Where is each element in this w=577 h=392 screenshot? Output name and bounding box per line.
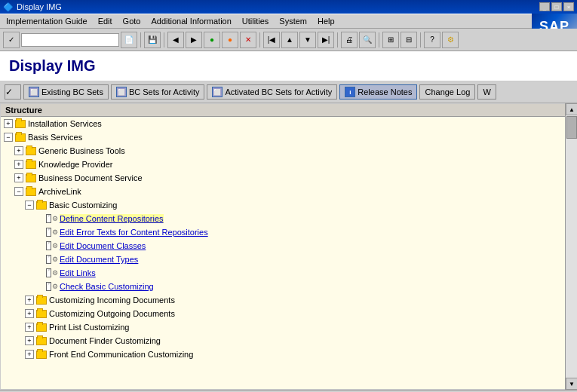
main-content: Structure +Installation Services−Basis S… [0, 103, 577, 390]
toolbar-nav6-btn[interactable]: |◀ [263, 32, 280, 48]
checkmark-icon: ✓ [5, 87, 13, 97]
tree-item-label: Knowledge Provider [38, 160, 112, 169]
title-bar: 🔷 Display IMG _ □ × [0, 0, 577, 14]
tree-item[interactable]: −ArchiveLink [1, 185, 564, 198]
minimize-button[interactable]: _ [539, 2, 550, 11]
title-bar-label: Display IMG [17, 2, 62, 11]
vertical-scrollbar[interactable]: ▲ ▼ [565, 103, 577, 390]
expand-btn[interactable]: + [25, 323, 34, 332]
toolbar-expand-btn[interactable]: ⊞ [382, 32, 399, 48]
activated-icon: ⬜ [212, 87, 223, 97]
scroll-up-btn[interactable]: ▲ [566, 103, 577, 115]
menu-system[interactable]: System [275, 15, 312, 27]
tree-item[interactable]: −Basic Customizing [1, 198, 564, 212]
folder-icon [25, 158, 37, 170]
toolbar-save-btn[interactable]: 💾 [144, 32, 161, 48]
app-icon: 🔷 [3, 2, 14, 12]
toolbar-sep-6 [420, 32, 421, 47]
toolbar-forward-btn[interactable]: ▶ [186, 32, 202, 48]
tree-item[interactable]: +Installation Services [1, 117, 564, 130]
document-gear-icon: ⚙ [46, 213, 58, 225]
expand-btn[interactable]: + [25, 350, 34, 359]
expand-btn[interactable]: + [25, 309, 34, 318]
expand-btn[interactable]: + [25, 296, 34, 305]
toolbar-help-btn[interactable]: ? [424, 32, 440, 48]
tree-item[interactable]: −Basis Services [1, 130, 564, 144]
menu-goto[interactable]: Goto [118, 15, 146, 27]
expand-btn[interactable]: + [14, 173, 23, 182]
tree-item-label: Installation Services [28, 119, 102, 128]
folder-icon [25, 172, 37, 184]
tree-item[interactable]: +Business Document Service [1, 171, 564, 185]
tree-item[interactable]: +Print List Customizing [1, 320, 564, 334]
tree-item[interactable]: +Generic Business Tools [1, 144, 564, 158]
tree-item[interactable]: +Customizing Incoming Documents [1, 293, 564, 307]
collapse-btn[interactable]: − [25, 201, 34, 210]
w-btn[interactable]: W [477, 84, 496, 100]
folder-icon [35, 308, 48, 320]
structure-header: Structure [1, 104, 576, 117]
tree-item[interactable]: ⚙Edit Document Types [1, 253, 564, 266]
check-icon-btn[interactable]: ✓ [5, 84, 21, 100]
scroll-track [566, 115, 577, 378]
toolbar-info-btn[interactable]: ⚙ [442, 32, 459, 48]
bc-activity-icon: ⬜ [116, 87, 127, 97]
tree-item[interactable]: +Document Finder Customizing [1, 334, 564, 348]
tree-item[interactable]: ⚙Check Basic Customizing [1, 280, 564, 293]
title-bar-controls[interactable]: _ □ × [539, 2, 574, 11]
toolbar-sep-5 [379, 32, 379, 47]
release-notes-label: Release Notes [358, 87, 412, 96]
menu-additional-information[interactable]: Additional Information [146, 15, 235, 27]
expand-btn[interactable]: + [25, 336, 34, 345]
expand-btn[interactable]: + [14, 146, 23, 155]
tree-item[interactable]: ⚙Edit Error Texts for Content Repositori… [1, 225, 564, 239]
collapse-btn[interactable]: − [14, 187, 23, 196]
folder-icon [35, 321, 48, 333]
toolbar-sep-2 [164, 32, 164, 47]
change-log-btn[interactable]: Change Log [419, 84, 475, 100]
bc-sets-activity-label: BC Sets for Activity [129, 87, 200, 96]
tree-item[interactable]: ⚙Edit Document Classes [1, 239, 564, 253]
toolbar-find-btn[interactable]: 🔍 [359, 32, 376, 48]
menu-help[interactable]: Help [313, 15, 339, 27]
folder-icon [35, 348, 48, 360]
tree-item[interactable]: +Customizing Outgoing Documents [1, 307, 564, 320]
toolbar-print-btn[interactable]: 🖨 [341, 32, 358, 48]
page-title: Display IMG [0, 51, 577, 81]
bc-sets-activity-btn[interactable]: ⬜ BC Sets for Activity [111, 84, 205, 100]
scroll-down-btn[interactable]: ▼ [566, 378, 577, 390]
restore-button[interactable]: □ [551, 2, 562, 11]
toolbar-nav4-btn[interactable]: ● [222, 32, 238, 48]
address-bar[interactable] [21, 33, 119, 47]
toolbar-nav7-btn[interactable]: ▲ [281, 32, 298, 48]
menu-implementation-guide[interactable]: Implementation Guide [2, 15, 92, 27]
close-button[interactable]: × [563, 2, 574, 11]
structure-panel: Structure +Installation Services−Basis S… [0, 103, 577, 390]
tree-item-label: Edit Links [60, 268, 96, 277]
toolbar-nav3-btn[interactable]: ● [204, 32, 220, 48]
toolbar-nav8-btn[interactable]: ▼ [299, 32, 316, 48]
toolbar-back-btn[interactable]: ◀ [167, 32, 184, 48]
tree-item-label: Document Finder Customizing [49, 336, 161, 345]
expand-btn[interactable]: + [14, 160, 23, 169]
collapse-btn[interactable]: − [4, 133, 13, 142]
expand-btn[interactable]: + [4, 119, 13, 128]
activated-bc-sets-btn[interactable]: ⬜ Activated BC Sets for Activity [207, 84, 337, 100]
tree-item[interactable]: +Front End Communication Customizing [1, 348, 564, 361]
tree-item-label: Business Document Service [38, 173, 143, 182]
toolbar-nav5-btn[interactable]: ✕ [240, 32, 256, 48]
existing-bc-sets-btn[interactable]: ⬜ Existing BC Sets [23, 84, 109, 100]
scroll-thumb[interactable] [566, 116, 577, 139]
tree-item[interactable]: ⚙Define Content Repositories [1, 212, 564, 225]
structure-content[interactable]: +Installation Services−Basis Services+Ge… [1, 117, 576, 389]
toolbar-doc-btn[interactable]: 📄 [121, 32, 137, 48]
toolbar-collapse-btn[interactable]: ⊟ [401, 32, 417, 48]
menu-edit[interactable]: Edit [94, 15, 117, 27]
menu-utilities[interactable]: Utilities [238, 15, 273, 27]
release-notes-btn[interactable]: i Release Notes [339, 84, 417, 100]
toolbar-check-btn[interactable]: ✓ [3, 32, 20, 48]
tree-item[interactable]: ⚙Edit Links [1, 266, 564, 280]
toolbar-nav9-btn[interactable]: ▶| [318, 32, 334, 48]
tree-item[interactable]: +Knowledge Provider [1, 158, 564, 171]
toolbar-sep-4 [337, 32, 338, 47]
